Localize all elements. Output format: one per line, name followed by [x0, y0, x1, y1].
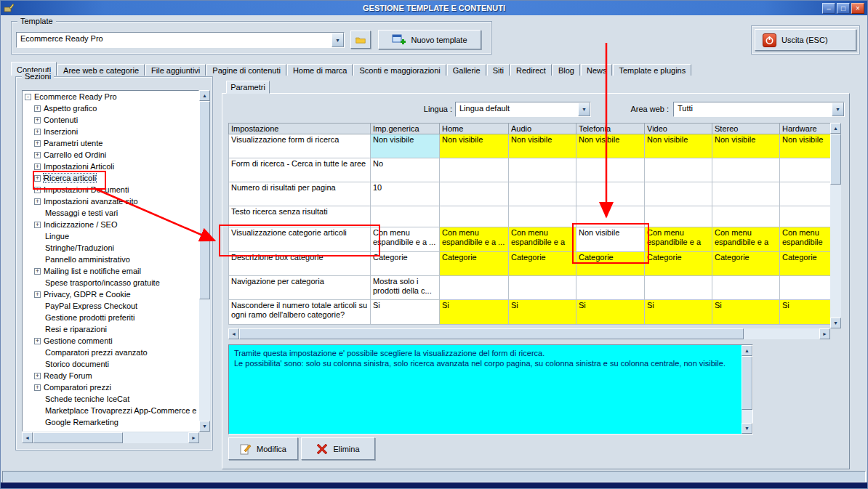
- expand-icon[interactable]: +: [34, 175, 41, 182]
- tab-parametri[interactable]: Parametri: [226, 81, 270, 94]
- scroll-thumb[interactable]: [199, 101, 210, 299]
- table-horizontal-scrollbar[interactable]: ◄ ►: [228, 328, 830, 339]
- combo-dropdown-icon[interactable]: ▼: [578, 102, 590, 116]
- value-cell[interactable]: [576, 182, 645, 206]
- new-template-button[interactable]: Nuovo template: [378, 30, 481, 49]
- value-cell[interactable]: No: [371, 158, 440, 182]
- table-vertical-scrollbar[interactable]: ▲ ▼: [830, 123, 841, 328]
- value-cell[interactable]: Si: [509, 300, 576, 325]
- column-header-telefonia[interactable]: Telefonia: [576, 124, 645, 134]
- area-web-combo[interactable]: Tutti ▼: [673, 102, 845, 117]
- value-cell[interactable]: Si: [576, 300, 645, 325]
- tree-item-stringhe-traduzioni[interactable]: Stringhe/Traduzioni: [23, 242, 198, 254]
- scroll-thumb[interactable]: [742, 356, 752, 410]
- value-cell[interactable]: Con menu espandibile e a ...: [780, 227, 831, 252]
- value-cell[interactable]: Si: [371, 300, 440, 325]
- value-cell[interactable]: Non visibile: [371, 134, 440, 158]
- value-cell[interactable]: [576, 276, 645, 300]
- value-cell[interactable]: Mostra solo i prodotti della c...: [371, 276, 440, 300]
- tab-siti[interactable]: Siti: [487, 64, 510, 76]
- value-cell[interactable]: [780, 182, 831, 206]
- value-cell[interactable]: [576, 206, 645, 227]
- value-cell[interactable]: Con menu espandibile e a ...: [509, 227, 576, 252]
- scroll-down-button[interactable]: ▼: [830, 318, 841, 328]
- table-row-testo-ricerca-senza-risultati[interactable]: Testo ricerca senza risultati: [229, 206, 831, 227]
- tree-item-privacy-gdpr-e-cookie[interactable]: +Privacy, GDPR e Cookie: [23, 288, 198, 300]
- table-row-navigazione-per-categoria[interactable]: Navigazione per categoriaMostra solo i p…: [229, 276, 831, 300]
- tab-sconti-e-maggiorazioni[interactable]: Sconti e maggiorazioni: [353, 64, 446, 76]
- value-cell[interactable]: [440, 276, 509, 300]
- value-cell[interactable]: Si: [780, 300, 831, 325]
- tree-item-impostazioni-documenti[interactable]: +Impostazioni Documenti: [23, 184, 198, 195]
- value-cell[interactable]: [712, 206, 780, 227]
- elimina-button[interactable]: Elimina: [301, 437, 375, 460]
- value-cell[interactable]: Si: [712, 300, 780, 325]
- column-header-audio[interactable]: Audio: [509, 124, 576, 134]
- exit-button[interactable]: Uscita (ESC): [755, 29, 856, 51]
- tree-item-marketplace-trovaprezzi-app-commerce-e-ki[interactable]: Marketplace Trovaprezzi App-Commerce e K…: [23, 405, 198, 416]
- value-cell[interactable]: [440, 158, 509, 182]
- table-row-descrizione-box-categorie[interactable]: Descrizione box categorieCategorieCatego…: [229, 252, 831, 276]
- tab-news[interactable]: News: [581, 64, 613, 76]
- expand-icon[interactable]: +: [34, 117, 41, 124]
- value-cell[interactable]: Categorie: [576, 252, 645, 276]
- value-cell[interactable]: Categorie: [371, 252, 440, 276]
- value-cell[interactable]: Categorie: [712, 252, 780, 276]
- tree-item-comparatori-prezzi[interactable]: +Comparatori prezzi: [23, 381, 198, 393]
- value-cell[interactable]: [780, 276, 831, 300]
- value-cell[interactable]: Con menu espandibile e a ...: [440, 227, 509, 252]
- tree-item-ecommerce-ready-pro[interactable]: -Ecommerce Ready Pro: [23, 91, 198, 102]
- tree-vertical-scrollbar[interactable]: ▲ ▼: [199, 90, 210, 432]
- value-cell[interactable]: [509, 206, 576, 227]
- value-cell[interactable]: [440, 206, 509, 227]
- value-cell[interactable]: Categorie: [440, 252, 509, 276]
- table-row-nascondere-il-numero-totale-articoli-su-ogni-ramo-dell-albero-categorie[interactable]: Nascondere il numero totale articoli su …: [229, 300, 831, 325]
- column-header-home[interactable]: Home: [440, 124, 509, 134]
- tree-item-ricerca-articoli[interactable]: +Ricerca articoli: [23, 172, 198, 184]
- scroll-track[interactable]: [199, 101, 210, 421]
- tree-item-aspetto-grafico[interactable]: +Aspetto grafico: [23, 102, 198, 114]
- tree-item-impostazioni-articoli[interactable]: +Impostazioni Articoli: [23, 161, 198, 172]
- tree-item-google-remarketing[interactable]: Google Remarketing: [23, 416, 198, 428]
- expand-icon[interactable]: +: [34, 384, 41, 391]
- value-cell[interactable]: [371, 206, 440, 227]
- value-cell[interactable]: [645, 276, 712, 300]
- tab-template-e-plugins[interactable]: Template e plugins: [613, 64, 691, 76]
- value-cell[interactable]: [780, 158, 831, 182]
- expand-icon[interactable]: +: [34, 291, 41, 298]
- value-cell[interactable]: [712, 182, 780, 206]
- scroll-up-button[interactable]: ▲: [199, 90, 210, 101]
- open-template-button[interactable]: [350, 31, 371, 49]
- column-header-impostazione[interactable]: Impostazione: [229, 124, 371, 134]
- expand-icon[interactable]: +: [34, 373, 41, 379]
- combo-dropdown-icon[interactable]: ▼: [832, 102, 844, 116]
- tree-item-storico-documenti[interactable]: Storico documenti: [23, 358, 198, 370]
- value-cell[interactable]: 10: [371, 182, 440, 206]
- tree-item-lingue[interactable]: Lingue: [23, 230, 198, 242]
- scroll-down-button[interactable]: ▼: [742, 423, 752, 434]
- expand-icon[interactable]: +: [34, 163, 41, 170]
- tree-item-pannello-amministrativo[interactable]: Pannello amministrativo: [23, 254, 198, 265]
- value-cell[interactable]: [509, 182, 576, 206]
- tab-pagine-di-contenuti[interactable]: Pagine di contenuti: [206, 64, 286, 76]
- expand-icon[interactable]: +: [34, 187, 41, 193]
- tree-item-comparatori-prezzi-avanzato[interactable]: Comparatori prezzi avanzato: [23, 347, 198, 358]
- value-cell[interactable]: Non visibile: [576, 134, 645, 158]
- value-cell[interactable]: Non visibile: [509, 134, 576, 158]
- scroll-right-button[interactable]: ►: [819, 328, 830, 339]
- column-header-imp-generica[interactable]: Imp.generica: [371, 124, 440, 134]
- tab-blog[interactable]: Blog: [552, 64, 580, 76]
- scroll-thumb[interactable]: [830, 134, 841, 185]
- value-cell[interactable]: Con menu espandibile e a ...: [712, 227, 780, 252]
- value-cell[interactable]: [712, 276, 780, 300]
- value-cell[interactable]: [645, 206, 712, 227]
- scroll-left-button[interactable]: ◄: [228, 328, 239, 339]
- scroll-left-button[interactable]: ◄: [22, 432, 33, 443]
- scroll-track[interactable]: [742, 356, 752, 423]
- value-cell[interactable]: [509, 158, 576, 182]
- value-cell[interactable]: [645, 158, 712, 182]
- maximize-button[interactable]: □: [837, 3, 850, 14]
- value-cell[interactable]: Non visibile: [645, 134, 712, 158]
- column-header-stereo[interactable]: Stereo: [712, 124, 780, 134]
- tree-item-gestione-prodotti-preferiti[interactable]: Gestione prodotti preferiti: [23, 312, 198, 323]
